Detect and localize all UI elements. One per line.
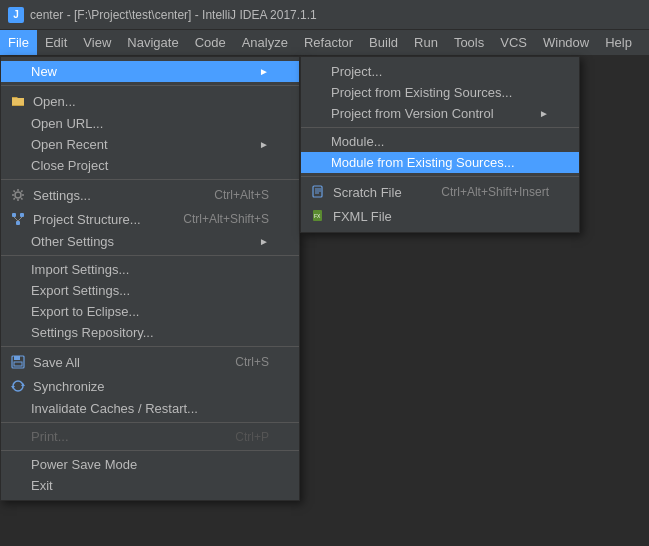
save-all-shortcut: Ctrl+S: [215, 355, 269, 369]
menu-run[interactable]: Run: [406, 30, 446, 55]
separator-1: [1, 85, 299, 86]
other-settings-arrow-icon: ►: [239, 236, 269, 247]
menu-item-save-all-label: Save All: [33, 355, 80, 370]
menu-analyze[interactable]: Analyze: [234, 30, 296, 55]
folder-icon: [9, 92, 27, 110]
menu-item-print-label: Print...: [31, 429, 69, 444]
svg-line-5: [18, 217, 22, 221]
menu-item-save-all[interactable]: Save All Ctrl+S: [1, 350, 299, 374]
menu-refactor[interactable]: Refactor: [296, 30, 361, 55]
menu-item-other-settings[interactable]: Other Settings ►: [1, 231, 299, 252]
menu-code[interactable]: Code: [187, 30, 234, 55]
menu-bar: File Edit View Navigate Code Analyze Ref…: [0, 30, 649, 56]
menu-item-export-settings[interactable]: Export Settings...: [1, 280, 299, 301]
save-icon: [9, 353, 27, 371]
recent-arrow-icon: ►: [239, 139, 269, 150]
svg-rect-7: [14, 356, 20, 360]
menu-item-project-structure[interactable]: Project Structure... Ctrl+Alt+Shift+S: [1, 207, 299, 231]
new-submenu-project-vcs-label: Project from Version Control: [331, 106, 494, 121]
fxml-file-icon: FX: [309, 207, 327, 225]
svg-rect-8: [14, 362, 22, 366]
menu-item-power-save[interactable]: Power Save Mode: [1, 454, 299, 475]
new-submenu: Project... Project from Existing Sources…: [300, 56, 580, 233]
scratch-file-shortcut: Ctrl+Alt+Shift+Insert: [421, 185, 549, 199]
new-submenu-separator-2: [301, 176, 579, 177]
new-submenu-separator-1: [301, 127, 579, 128]
menu-item-open-recent-label: Open Recent: [31, 137, 108, 152]
menu-item-invalidate-caches[interactable]: Invalidate Caches / Restart...: [1, 398, 299, 419]
menu-item-settings-repository[interactable]: Settings Repository...: [1, 322, 299, 343]
new-submenu-fxml-file-label: FXML File: [333, 209, 392, 224]
new-submenu-item-project[interactable]: Project...: [301, 61, 579, 82]
menu-tools[interactable]: Tools: [446, 30, 492, 55]
separator-3: [1, 255, 299, 256]
menu-build[interactable]: Build: [361, 30, 406, 55]
menu-item-power-save-label: Power Save Mode: [31, 457, 137, 472]
menu-item-exit-label: Exit: [31, 478, 53, 493]
new-submenu-item-scratch-file[interactable]: Scratch File Ctrl+Alt+Shift+Insert: [301, 180, 579, 204]
menu-item-synchronize[interactable]: Synchronize: [1, 374, 299, 398]
menu-item-close-project[interactable]: Close Project: [1, 155, 299, 176]
new-submenu-module-label: Module...: [331, 134, 384, 149]
app-icon: J: [8, 7, 24, 23]
file-dropdown: New ► Open... Open URL... Open Recent ► …: [0, 56, 300, 501]
vcs-arrow-icon: ►: [519, 108, 549, 119]
svg-point-0: [15, 192, 21, 198]
menu-item-close-project-label: Close Project: [31, 158, 108, 173]
menu-item-open-url[interactable]: Open URL...: [1, 113, 299, 134]
separator-5: [1, 422, 299, 423]
new-arrow-icon: ►: [239, 66, 269, 77]
menu-file[interactable]: File: [0, 30, 37, 55]
scratch-file-icon: [309, 183, 327, 201]
new-submenu-scratch-file-label: Scratch File: [333, 185, 402, 200]
svg-rect-3: [16, 221, 20, 225]
menu-item-other-settings-label: Other Settings: [31, 234, 114, 249]
menu-edit[interactable]: Edit: [37, 30, 75, 55]
settings-shortcut: Ctrl+Alt+S: [194, 188, 269, 202]
menu-window[interactable]: Window: [535, 30, 597, 55]
menu-item-project-structure-label: Project Structure...: [33, 212, 141, 227]
title-bar: J center - [F:\Project\test\center] - In…: [0, 0, 649, 30]
menu-item-exit[interactable]: Exit: [1, 475, 299, 496]
menu-item-invalidate-caches-label: Invalidate Caches / Restart...: [31, 401, 198, 416]
menu-item-open[interactable]: Open...: [1, 89, 299, 113]
separator-6: [1, 450, 299, 451]
new-submenu-item-module-existing[interactable]: Module from Existing Sources...: [301, 152, 579, 173]
menu-help[interactable]: Help: [597, 30, 640, 55]
menu-item-import-settings-label: Import Settings...: [31, 262, 129, 277]
new-submenu-item-module[interactable]: Module...: [301, 131, 579, 152]
project-structure-shortcut: Ctrl+Alt+Shift+S: [163, 212, 269, 226]
sync-icon: [9, 377, 27, 395]
new-submenu-item-project-vcs[interactable]: Project from Version Control ►: [301, 103, 579, 124]
print-shortcut: Ctrl+P: [215, 430, 269, 444]
menu-item-synchronize-label: Synchronize: [33, 379, 105, 394]
menu-item-print[interactable]: Print... Ctrl+P: [1, 426, 299, 447]
new-submenu-item-project-existing[interactable]: Project from Existing Sources...: [301, 82, 579, 103]
title-bar-text: center - [F:\Project\test\center] - Inte…: [30, 8, 317, 22]
menu-item-open-label: Open...: [33, 94, 76, 109]
menu-item-settings-repository-label: Settings Repository...: [31, 325, 154, 340]
menu-view[interactable]: View: [75, 30, 119, 55]
menu-item-new-label: New: [31, 64, 57, 79]
menu-item-open-url-label: Open URL...: [31, 116, 103, 131]
svg-rect-1: [12, 213, 16, 217]
menu-item-open-recent[interactable]: Open Recent ►: [1, 134, 299, 155]
menu-item-settings[interactable]: Settings... Ctrl+Alt+S: [1, 183, 299, 207]
menu-item-export-eclipse[interactable]: Export to Eclipse...: [1, 301, 299, 322]
separator-4: [1, 346, 299, 347]
svg-rect-2: [20, 213, 24, 217]
svg-text:FX: FX: [314, 213, 321, 219]
dropdown-container: New ► Open... Open URL... Open Recent ► …: [0, 56, 300, 501]
menu-item-import-settings[interactable]: Import Settings...: [1, 259, 299, 280]
separator-2: [1, 179, 299, 180]
new-submenu-module-existing-label: Module from Existing Sources...: [331, 155, 515, 170]
new-submenu-item-fxml-file[interactable]: FX FXML File: [301, 204, 579, 228]
menu-item-new[interactable]: New ►: [1, 61, 299, 82]
menu-navigate[interactable]: Navigate: [119, 30, 186, 55]
menu-item-export-settings-label: Export Settings...: [31, 283, 130, 298]
gear-icon: [9, 186, 27, 204]
svg-line-4: [14, 217, 18, 221]
new-submenu-project-existing-label: Project from Existing Sources...: [331, 85, 512, 100]
menu-item-settings-label: Settings...: [33, 188, 91, 203]
menu-vcs[interactable]: VCS: [492, 30, 535, 55]
